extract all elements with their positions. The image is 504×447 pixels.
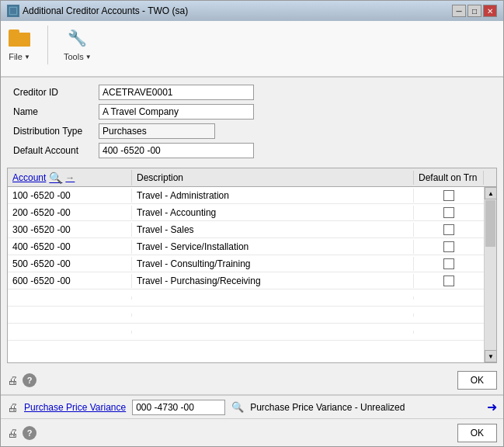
default-cell — [414, 296, 484, 300]
name-label: Name — [13, 106, 99, 117]
default-cell — [414, 223, 484, 237]
table-row[interactable]: 200 -6520 -00 Travel - Accounting — [8, 204, 484, 221]
file-chevron-icon: ▼ — [24, 54, 30, 61]
name-input[interactable] — [99, 104, 254, 120]
tools-label: Tools ▼ — [64, 52, 92, 61]
toolbar: File ▼ 🔧 Tools ▼ — [1, 21, 503, 77]
grid-body: 100 -6520 -00 Travel - Administration 20… — [8, 187, 484, 362]
arrow-icon: → — [65, 172, 75, 183]
distribution-type-label: Distribution Type — [13, 126, 99, 137]
table-row[interactable]: 100 -6520 -00 Travel - Administration — [8, 187, 484, 204]
name-row: Name — [13, 103, 491, 120]
default-cell — [414, 240, 484, 254]
default-checkbox[interactable] — [443, 224, 454, 235]
default-checkbox[interactable] — [443, 207, 454, 218]
bottom-printer-icon[interactable]: 🖨 — [7, 427, 18, 439]
default-checkbox[interactable] — [443, 241, 454, 252]
title-bar: Additional Creditor Accounts - TWO (sa) … — [1, 1, 503, 21]
form-area: Creditor ID Name Distribution Type Defau… — [1, 78, 503, 168]
scroll-up-button[interactable]: ▲ — [485, 187, 496, 199]
footer-account-input[interactable] — [132, 400, 225, 415]
description-column-header: Description — [132, 171, 414, 185]
description-cell — [132, 331, 414, 334]
account-cell: 200 -6520 -00 — [8, 206, 132, 220]
footer-description: Purchase Price Variance - Unrealized — [250, 402, 481, 413]
tools-chevron-icon: ▼ — [85, 54, 92, 61]
printer-icon[interactable]: 🖨 — [7, 374, 18, 386]
account-cell — [8, 314, 132, 317]
scroll-down-button[interactable]: ▼ — [485, 350, 496, 362]
search-icon[interactable]: 🔍 — [49, 172, 62, 184]
account-cell: 300 -6520 -00 — [8, 223, 132, 237]
creditor-id-input[interactable] — [99, 85, 254, 100]
scroll-track[interactable] — [485, 199, 496, 350]
app-icon — [7, 5, 19, 17]
description-cell — [132, 314, 414, 317]
table-row[interactable]: 300 -6520 -00 Travel - Sales — [8, 221, 484, 238]
default-column-header: Default on Trn — [414, 171, 484, 185]
default-account-input[interactable] — [99, 143, 254, 158]
svg-rect-1 — [10, 8, 16, 14]
default-cell — [414, 257, 484, 271]
close-button[interactable]: ✕ — [483, 5, 497, 17]
bottom-help-icon[interactable]: ? — [23, 426, 36, 440]
description-cell — [132, 296, 414, 300]
minimize-button[interactable]: ─ — [452, 5, 466, 17]
vertical-scrollbar[interactable]: ▲ ▼ — [484, 187, 496, 362]
account-cell: 500 -6520 -00 — [8, 257, 132, 271]
default-cell — [414, 189, 484, 203]
distribution-type-input — [99, 123, 215, 139]
toolbar-divider — [47, 26, 48, 64]
distribution-type-row: Distribution Type — [13, 123, 491, 140]
table-row[interactable]: 400 -6520 -00 Travel - Service/Installat… — [8, 238, 484, 255]
creditor-id-row: Creditor ID — [13, 84, 491, 101]
default-checkbox[interactable] — [443, 275, 454, 286]
default-account-label: Default Account — [13, 145, 99, 156]
tools-menu-button[interactable]: 🔧 Tools ▼ — [64, 26, 92, 61]
maximize-button[interactable]: □ — [468, 5, 481, 17]
ok-button-2[interactable]: OK — [457, 424, 497, 442]
file-menu-button[interactable]: File ▼ — [7, 26, 32, 61]
table-row[interactable] — [8, 324, 484, 341]
description-cell: Travel - Accounting — [132, 206, 414, 220]
main-window: Additional Creditor Accounts - TWO (sa) … — [0, 0, 504, 447]
tools-icon: 🔧 — [65, 26, 90, 50]
default-cell — [414, 206, 484, 220]
default-checkbox[interactable] — [443, 190, 454, 201]
purchase-price-variance-link[interactable]: Purchase Price Variance — [24, 402, 126, 413]
table-row[interactable]: 500 -6520 -00 Travel - Consulting/Traini… — [8, 255, 484, 272]
scroll-thumb[interactable] — [485, 200, 495, 247]
account-cell: 400 -6520 -00 — [8, 240, 132, 254]
default-cell — [414, 314, 484, 317]
creditor-id-label: Creditor ID — [13, 87, 99, 98]
description-cell: Travel - Service/Installation — [132, 240, 414, 254]
footer-search-icon[interactable]: 🔍 — [231, 401, 244, 413]
title-bar-left: Additional Creditor Accounts - TWO (sa) — [7, 5, 188, 17]
description-cell: Travel - Consulting/Training — [132, 257, 414, 271]
footer-arrow-icon[interactable]: ➜ — [487, 400, 497, 414]
footer-printer-icon[interactable]: 🖨 — [7, 401, 18, 414]
description-cell: Travel - Administration — [132, 189, 414, 203]
table-row[interactable]: 600 -6520 -00 Travel - Purchasing/Receiv… — [8, 272, 484, 289]
ok-button-1[interactable]: OK — [457, 371, 497, 390]
grid-body-wrapper: 100 -6520 -00 Travel - Administration 20… — [8, 187, 496, 362]
account-cell: 600 -6520 -00 — [8, 274, 132, 288]
account-cell — [8, 296, 132, 300]
default-cell — [414, 274, 484, 288]
account-cell — [8, 331, 132, 334]
description-cell: Travel - Purchasing/Receiving — [132, 274, 414, 288]
file-label: File ▼ — [9, 52, 30, 61]
accounts-grid: Account 🔍 → Description Default on Trn 1… — [7, 168, 497, 363]
window-controls: ─ □ ✕ — [452, 5, 497, 17]
help-icon[interactable]: ? — [23, 373, 36, 387]
default-cell — [414, 331, 484, 334]
account-column-header[interactable]: Account 🔍 → — [8, 170, 132, 185]
table-row[interactable] — [8, 307, 484, 324]
file-icon — [7, 26, 32, 50]
grid-header: Account 🔍 → Description Default on Trn — [8, 168, 496, 187]
table-row[interactable] — [8, 289, 484, 307]
description-cell: Travel - Sales — [132, 223, 414, 237]
default-checkbox[interactable] — [443, 258, 454, 269]
bottom-icons: 🖨 ? — [7, 373, 36, 387]
very-bottom-bar: 🖨 ? OK — [1, 418, 503, 446]
